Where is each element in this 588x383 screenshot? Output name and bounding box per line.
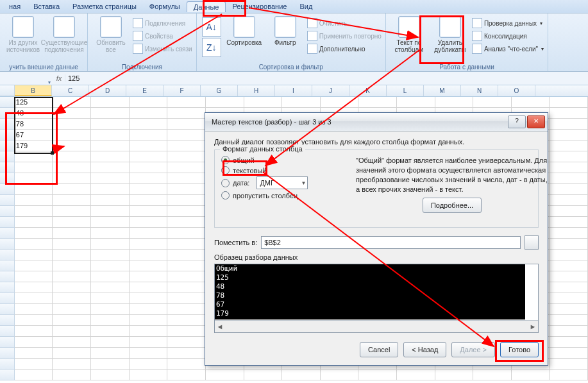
- help-button[interactable]: ?: [508, 115, 526, 128]
- cell[interactable]: [167, 304, 206, 315]
- cell[interactable]: [130, 173, 168, 184]
- menu-item[interactable]: Рецензирование: [226, 1, 293, 12]
- destination-input[interactable]: $B$2: [261, 236, 521, 249]
- cell[interactable]: [130, 162, 168, 173]
- row-header[interactable]: [0, 195, 15, 206]
- cell[interactable]: [550, 370, 588, 380]
- col-header[interactable]: E: [126, 85, 164, 96]
- cell[interactable]: [550, 184, 588, 195]
- cell[interactable]: [15, 184, 53, 195]
- cell[interactable]: 78: [15, 119, 53, 130]
- cell[interactable]: [167, 206, 206, 217]
- cell[interactable]: [15, 260, 53, 271]
- col-header[interactable]: O: [498, 85, 535, 96]
- cell[interactable]: [397, 370, 435, 380]
- cell[interactable]: [15, 315, 53, 326]
- menu-item[interactable]: Формулы: [143, 1, 187, 12]
- cell[interactable]: [91, 97, 130, 108]
- col-header[interactable]: H: [238, 85, 275, 96]
- cell[interactable]: [130, 282, 168, 293]
- cell[interactable]: [550, 271, 588, 282]
- cell[interactable]: [130, 184, 168, 195]
- row-header[interactable]: [0, 250, 15, 260]
- properties-item[interactable]: Свойства: [133, 30, 192, 42]
- cell[interactable]: [206, 370, 244, 380]
- cell[interactable]: [91, 359, 130, 370]
- cell[interactable]: [130, 370, 168, 380]
- row-header[interactable]: [0, 206, 15, 217]
- cell[interactable]: [130, 195, 168, 206]
- formula-value[interactable]: 125: [65, 74, 80, 82]
- row-header[interactable]: [0, 326, 15, 337]
- cell[interactable]: [167, 271, 206, 282]
- text-to-columns-button[interactable]: Текст по столбцам: [390, 15, 428, 60]
- cell[interactable]: [167, 217, 206, 228]
- cell[interactable]: [167, 293, 206, 304]
- cell[interactable]: [53, 119, 91, 130]
- cell[interactable]: [167, 359, 206, 370]
- cell[interactable]: [130, 260, 168, 271]
- cell[interactable]: [91, 326, 130, 337]
- cell[interactable]: [53, 162, 91, 173]
- row-header[interactable]: [0, 359, 15, 370]
- cell[interactable]: [91, 239, 130, 250]
- cell[interactable]: [321, 97, 359, 108]
- cell[interactable]: [550, 315, 588, 326]
- col-header[interactable]: J: [312, 85, 349, 96]
- cell[interactable]: [130, 217, 168, 228]
- cell[interactable]: [53, 315, 91, 326]
- cell[interactable]: [15, 239, 53, 250]
- cell[interactable]: [53, 271, 91, 282]
- row-header[interactable]: [0, 97, 15, 108]
- cell[interactable]: [15, 151, 53, 162]
- cell[interactable]: [550, 326, 588, 337]
- cell[interactable]: [130, 304, 168, 315]
- cell[interactable]: [15, 162, 53, 173]
- cell[interactable]: [53, 326, 91, 337]
- cell[interactable]: [550, 206, 588, 217]
- cell[interactable]: [53, 337, 91, 348]
- range-picker-button[interactable]: [525, 235, 539, 250]
- cell[interactable]: [53, 359, 91, 370]
- cell[interactable]: [358, 97, 397, 108]
- cell[interactable]: [550, 228, 588, 239]
- cell[interactable]: [167, 348, 206, 359]
- reapply-item[interactable]: Применить повторно: [307, 30, 382, 42]
- menu-item[interactable]: Вставка: [27, 1, 66, 12]
- cell[interactable]: [167, 239, 206, 250]
- row-header[interactable]: [0, 162, 15, 173]
- cell[interactable]: [15, 304, 53, 315]
- row-header[interactable]: [0, 140, 15, 151]
- cell[interactable]: [91, 293, 130, 304]
- cell[interactable]: [15, 228, 53, 239]
- cell[interactable]: [244, 97, 283, 108]
- cell[interactable]: [91, 162, 130, 173]
- cell[interactable]: [167, 315, 206, 326]
- menu-item-data[interactable]: Данные: [187, 1, 226, 12]
- cell[interactable]: [130, 348, 168, 359]
- cell[interactable]: [130, 250, 168, 260]
- cell[interactable]: [167, 184, 206, 195]
- cell[interactable]: [550, 119, 588, 130]
- cell[interactable]: [167, 326, 206, 337]
- cell[interactable]: [550, 140, 588, 151]
- cell[interactable]: [167, 119, 206, 130]
- existing-connections-button[interactable]: Существующие подключения: [45, 15, 83, 60]
- cell[interactable]: [130, 315, 168, 326]
- cell[interactable]: [91, 282, 130, 293]
- cell[interactable]: [91, 130, 130, 140]
- cell[interactable]: [167, 108, 206, 119]
- cell[interactable]: [473, 97, 512, 108]
- row-header[interactable]: [0, 151, 15, 162]
- menu-item[interactable]: Вид: [293, 1, 319, 12]
- cell[interactable]: [167, 260, 206, 271]
- finish-button[interactable]: Готово: [500, 342, 539, 357]
- col-header[interactable]: C: [52, 85, 89, 96]
- row-header[interactable]: [0, 119, 15, 130]
- cell[interactable]: [550, 282, 588, 293]
- more-button[interactable]: Подробнее...: [423, 198, 482, 213]
- cell[interactable]: [15, 348, 53, 359]
- cell[interactable]: [167, 140, 206, 151]
- cell[interactable]: [282, 370, 321, 380]
- cell[interactable]: [550, 359, 588, 370]
